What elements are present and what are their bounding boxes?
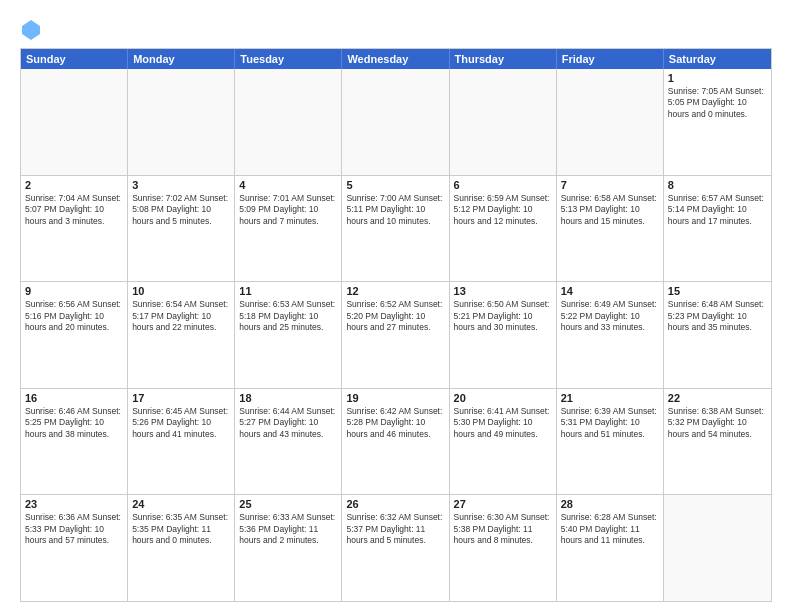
day-info: Sunrise: 6:39 AM Sunset: 5:31 PM Dayligh… [561, 406, 659, 440]
day-info: Sunrise: 6:38 AM Sunset: 5:32 PM Dayligh… [668, 406, 767, 440]
day-number: 1 [668, 72, 767, 84]
day-info: Sunrise: 7:00 AM Sunset: 5:11 PM Dayligh… [346, 193, 444, 227]
day-number: 17 [132, 392, 230, 404]
calendar-header: SundayMondayTuesdayWednesdayThursdayFrid… [21, 49, 771, 69]
calendar-day-cell: 25Sunrise: 6:33 AM Sunset: 5:36 PM Dayli… [235, 495, 342, 601]
calendar-day-cell: 5Sunrise: 7:00 AM Sunset: 5:11 PM Daylig… [342, 176, 449, 282]
calendar-day-cell: 11Sunrise: 6:53 AM Sunset: 5:18 PM Dayli… [235, 282, 342, 388]
day-info: Sunrise: 6:36 AM Sunset: 5:33 PM Dayligh… [25, 512, 123, 546]
calendar-empty-cell [128, 69, 235, 175]
day-info: Sunrise: 6:48 AM Sunset: 5:23 PM Dayligh… [668, 299, 767, 333]
day-info: Sunrise: 6:57 AM Sunset: 5:14 PM Dayligh… [668, 193, 767, 227]
calendar-row: 16Sunrise: 6:46 AM Sunset: 5:25 PM Dayli… [21, 388, 771, 495]
calendar-day-cell: 27Sunrise: 6:30 AM Sunset: 5:38 PM Dayli… [450, 495, 557, 601]
day-number: 28 [561, 498, 659, 510]
day-info: Sunrise: 6:44 AM Sunset: 5:27 PM Dayligh… [239, 406, 337, 440]
day-number: 21 [561, 392, 659, 404]
day-number: 9 [25, 285, 123, 297]
calendar-day-cell: 23Sunrise: 6:36 AM Sunset: 5:33 PM Dayli… [21, 495, 128, 601]
day-info: Sunrise: 6:54 AM Sunset: 5:17 PM Dayligh… [132, 299, 230, 333]
calendar-header-cell: Wednesday [342, 49, 449, 69]
calendar-empty-cell [557, 69, 664, 175]
day-info: Sunrise: 6:49 AM Sunset: 5:22 PM Dayligh… [561, 299, 659, 333]
calendar-day-cell: 24Sunrise: 6:35 AM Sunset: 5:35 PM Dayli… [128, 495, 235, 601]
calendar-row: 23Sunrise: 6:36 AM Sunset: 5:33 PM Dayli… [21, 494, 771, 601]
calendar-day-cell: 8Sunrise: 6:57 AM Sunset: 5:14 PM Daylig… [664, 176, 771, 282]
calendar-day-cell: 9Sunrise: 6:56 AM Sunset: 5:16 PM Daylig… [21, 282, 128, 388]
calendar-day-cell: 1Sunrise: 7:05 AM Sunset: 5:05 PM Daylig… [664, 69, 771, 175]
calendar-day-cell: 21Sunrise: 6:39 AM Sunset: 5:31 PM Dayli… [557, 389, 664, 495]
day-number: 13 [454, 285, 552, 297]
day-info: Sunrise: 6:45 AM Sunset: 5:26 PM Dayligh… [132, 406, 230, 440]
logo [20, 20, 40, 40]
day-number: 18 [239, 392, 337, 404]
calendar-day-cell: 12Sunrise: 6:52 AM Sunset: 5:20 PM Dayli… [342, 282, 449, 388]
day-number: 16 [25, 392, 123, 404]
day-info: Sunrise: 6:41 AM Sunset: 5:30 PM Dayligh… [454, 406, 552, 440]
day-info: Sunrise: 6:30 AM Sunset: 5:38 PM Dayligh… [454, 512, 552, 546]
day-info: Sunrise: 6:50 AM Sunset: 5:21 PM Dayligh… [454, 299, 552, 333]
calendar-day-cell: 2Sunrise: 7:04 AM Sunset: 5:07 PM Daylig… [21, 176, 128, 282]
logo-icon [22, 20, 40, 40]
calendar-row: 9Sunrise: 6:56 AM Sunset: 5:16 PM Daylig… [21, 281, 771, 388]
header [20, 16, 772, 40]
day-info: Sunrise: 7:01 AM Sunset: 5:09 PM Dayligh… [239, 193, 337, 227]
calendar-day-cell: 16Sunrise: 6:46 AM Sunset: 5:25 PM Dayli… [21, 389, 128, 495]
calendar-day-cell: 26Sunrise: 6:32 AM Sunset: 5:37 PM Dayli… [342, 495, 449, 601]
day-number: 23 [25, 498, 123, 510]
day-number: 2 [25, 179, 123, 191]
calendar-day-cell: 20Sunrise: 6:41 AM Sunset: 5:30 PM Dayli… [450, 389, 557, 495]
calendar-header-cell: Tuesday [235, 49, 342, 69]
calendar-day-cell: 6Sunrise: 6:59 AM Sunset: 5:12 PM Daylig… [450, 176, 557, 282]
day-number: 26 [346, 498, 444, 510]
day-number: 25 [239, 498, 337, 510]
calendar-empty-cell [21, 69, 128, 175]
day-number: 24 [132, 498, 230, 510]
day-info: Sunrise: 6:32 AM Sunset: 5:37 PM Dayligh… [346, 512, 444, 546]
calendar-header-cell: Sunday [21, 49, 128, 69]
day-info: Sunrise: 6:58 AM Sunset: 5:13 PM Dayligh… [561, 193, 659, 227]
day-info: Sunrise: 6:52 AM Sunset: 5:20 PM Dayligh… [346, 299, 444, 333]
day-number: 11 [239, 285, 337, 297]
svg-marker-0 [22, 20, 40, 40]
day-number: 7 [561, 179, 659, 191]
day-info: Sunrise: 6:56 AM Sunset: 5:16 PM Dayligh… [25, 299, 123, 333]
calendar-day-cell: 10Sunrise: 6:54 AM Sunset: 5:17 PM Dayli… [128, 282, 235, 388]
day-info: Sunrise: 6:46 AM Sunset: 5:25 PM Dayligh… [25, 406, 123, 440]
day-number: 5 [346, 179, 444, 191]
day-info: Sunrise: 7:04 AM Sunset: 5:07 PM Dayligh… [25, 193, 123, 227]
day-number: 15 [668, 285, 767, 297]
calendar-day-cell: 17Sunrise: 6:45 AM Sunset: 5:26 PM Dayli… [128, 389, 235, 495]
day-number: 8 [668, 179, 767, 191]
day-info: Sunrise: 7:02 AM Sunset: 5:08 PM Dayligh… [132, 193, 230, 227]
day-number: 10 [132, 285, 230, 297]
day-info: Sunrise: 6:35 AM Sunset: 5:35 PM Dayligh… [132, 512, 230, 546]
day-number: 20 [454, 392, 552, 404]
calendar-day-cell: 13Sunrise: 6:50 AM Sunset: 5:21 PM Dayli… [450, 282, 557, 388]
day-number: 22 [668, 392, 767, 404]
day-number: 19 [346, 392, 444, 404]
calendar-header-cell: Thursday [450, 49, 557, 69]
calendar-day-cell: 19Sunrise: 6:42 AM Sunset: 5:28 PM Dayli… [342, 389, 449, 495]
calendar-header-cell: Saturday [664, 49, 771, 69]
day-info: Sunrise: 7:05 AM Sunset: 5:05 PM Dayligh… [668, 86, 767, 120]
calendar-empty-cell [450, 69, 557, 175]
day-info: Sunrise: 6:53 AM Sunset: 5:18 PM Dayligh… [239, 299, 337, 333]
day-number: 6 [454, 179, 552, 191]
day-info: Sunrise: 6:33 AM Sunset: 5:36 PM Dayligh… [239, 512, 337, 546]
calendar-day-cell: 15Sunrise: 6:48 AM Sunset: 5:23 PM Dayli… [664, 282, 771, 388]
calendar-empty-cell [342, 69, 449, 175]
day-number: 4 [239, 179, 337, 191]
calendar-row: 1Sunrise: 7:05 AM Sunset: 5:05 PM Daylig… [21, 69, 771, 175]
day-number: 12 [346, 285, 444, 297]
day-info: Sunrise: 6:28 AM Sunset: 5:40 PM Dayligh… [561, 512, 659, 546]
calendar-empty-cell [235, 69, 342, 175]
calendar: SundayMondayTuesdayWednesdayThursdayFrid… [20, 48, 772, 602]
day-info: Sunrise: 6:59 AM Sunset: 5:12 PM Dayligh… [454, 193, 552, 227]
page: SundayMondayTuesdayWednesdayThursdayFrid… [0, 0, 792, 612]
calendar-day-cell: 7Sunrise: 6:58 AM Sunset: 5:13 PM Daylig… [557, 176, 664, 282]
day-number: 3 [132, 179, 230, 191]
calendar-header-cell: Friday [557, 49, 664, 69]
calendar-header-cell: Monday [128, 49, 235, 69]
calendar-day-cell: 28Sunrise: 6:28 AM Sunset: 5:40 PM Dayli… [557, 495, 664, 601]
